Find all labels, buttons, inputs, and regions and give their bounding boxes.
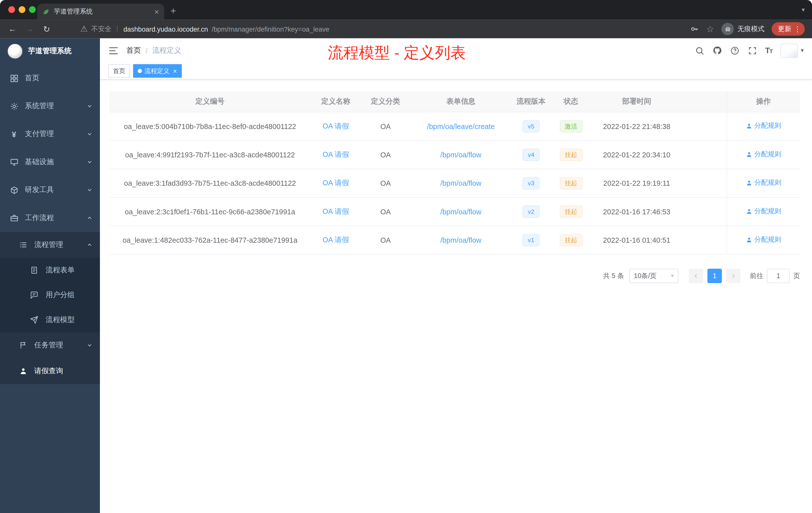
version-badge: v4 (522, 148, 539, 161)
search-icon[interactable] (695, 46, 704, 55)
reload-icon[interactable]: ↻ (41, 24, 52, 34)
sidebar-item-workflow[interactable]: 工作流程 (0, 204, 100, 232)
sidebar-item-label: 流程管理 (34, 240, 63, 249)
sidebar-item-label: 研发工具 (25, 185, 54, 194)
tag-label: 首页 (113, 66, 125, 75)
cell-spacer (682, 140, 726, 169)
main-area: 流程模型 - 定义列表 首页 / 流程定义 (100, 38, 812, 513)
sidebar-item-task-management[interactable]: 任务管理 (0, 332, 100, 358)
sidebar-item-leave-query[interactable]: 请假查询 (0, 358, 100, 384)
sidebar-item-label: 请假查询 (34, 366, 63, 376)
sidebar-item-system[interactable]: 系统管理 (0, 92, 100, 120)
flag-icon (19, 340, 28, 350)
incognito-icon (721, 23, 734, 35)
column-header-category: 定义分类 (361, 91, 410, 112)
table-row: oa_leave:2:3c1f0ef1-76b1-11ec-9c66-a2380… (109, 197, 800, 225)
sidebar-item-process-form[interactable]: 流程表单 (0, 258, 100, 282)
sidebar-item-payment[interactable]: ¥ 支付管理 (0, 120, 100, 148)
definition-name-link[interactable]: OA 请假 (323, 235, 349, 243)
tag-process-definition[interactable]: 流程定义 × (133, 64, 181, 78)
new-tab-button[interactable]: + (171, 5, 176, 17)
chrome-update-button[interactable]: 更新 ⋮ (772, 22, 805, 36)
sidebar-item-infrastructure[interactable]: 基础设施 (0, 148, 100, 176)
tab-close-icon[interactable]: × (154, 8, 159, 16)
assign-rule-button[interactable]: 分配规则 (746, 178, 781, 187)
browser-menu-icon[interactable]: ⋮ (794, 25, 801, 33)
assign-rule-button[interactable]: 分配规则 (746, 207, 781, 216)
version-badge: v3 (522, 177, 539, 189)
definition-name-link[interactable]: OA 请假 (323, 121, 349, 130)
definition-name-link[interactable]: OA 请假 (323, 207, 349, 215)
forward-icon[interactable]: → (24, 24, 35, 34)
cell-definition-id: oa_leave:2:3c1f0ef1-76b1-11ec-9c66-a2380… (109, 197, 311, 225)
goto-page-input[interactable] (767, 268, 790, 283)
definition-name-link[interactable]: OA 请假 (323, 150, 349, 158)
chevron-left-icon (693, 273, 699, 279)
chevron-down-icon (86, 187, 93, 193)
sidebar-collapse-icon[interactable] (108, 45, 118, 56)
definition-name-link[interactable]: OA 请假 (323, 178, 349, 187)
security-warning-icon: ⚠ (80, 25, 88, 33)
table-row: oa_leave:4:991f2193-7b7f-11ec-a3c8-acde4… (109, 140, 800, 169)
cell-spacer (682, 197, 726, 225)
font-size-icon[interactable]: TT (765, 46, 772, 55)
cell-deploy-time: 2022-01-22 20:34:10 (591, 140, 682, 169)
page-content: 定义编号 定义名称 定义分类 表单信息 流程版本 状态 部署时间 操作 (100, 80, 812, 283)
back-icon[interactable]: ← (7, 24, 18, 34)
sidebar-logo: 芋道管理系统 (0, 38, 100, 64)
tag-label: 流程定义 (144, 66, 169, 75)
window-controls (8, 6, 36, 13)
tag-home[interactable]: 首页 (108, 64, 130, 78)
assign-rule-button[interactable]: 分配规则 (746, 150, 781, 159)
sidebar-item-process-management[interactable]: 流程管理 (0, 232, 100, 258)
cell-deploy-time: 2022-01-22 19:19:11 (591, 169, 682, 197)
form-link[interactable]: /bpm/oa/flow (440, 179, 482, 187)
github-icon[interactable] (712, 46, 722, 55)
form-link[interactable]: /bpm/oa/flow (440, 207, 482, 216)
tab-search-chevron-icon[interactable]: ▾ (802, 6, 805, 13)
tag-close-icon[interactable]: × (173, 67, 177, 74)
sidebar-item-user-group[interactable]: 用户分组 (0, 282, 100, 307)
security-separator (117, 25, 118, 33)
sidebar-item-label: 流程模型 (46, 315, 75, 325)
sidebar-item-label: 基础设施 (25, 157, 54, 167)
zoom-window-button[interactable] (29, 6, 36, 13)
sidebar-item-process-model[interactable]: 流程模型 (0, 307, 100, 332)
browser-tab[interactable]: 芋道管理系统 × (37, 3, 164, 20)
column-header-action: 操作 (727, 91, 800, 112)
incognito-label: 无痕模式 (737, 24, 764, 34)
fullscreen-icon[interactable] (748, 46, 757, 55)
document-icon (30, 266, 39, 275)
column-header-name: 定义名称 (311, 91, 361, 112)
pagination-goto: 前往 页 (750, 268, 800, 283)
help-icon[interactable] (730, 46, 739, 55)
bookmark-star-icon[interactable]: ☆ (706, 25, 714, 33)
table-header-row: 定义编号 定义名称 定义分类 表单信息 流程版本 状态 部署时间 操作 (109, 91, 800, 112)
caret-down-icon: ▾ (801, 47, 804, 54)
prev-page-button[interactable] (689, 268, 703, 283)
cell-definition-id: oa_leave:4:991f2193-7b7f-11ec-a3c8-acde4… (109, 140, 311, 169)
app-title: 芋道管理系统 (28, 47, 71, 56)
incognito-badge: 无痕模式 (721, 23, 764, 35)
breadcrumb-home[interactable]: 首页 (126, 46, 141, 55)
close-window-button[interactable] (8, 6, 15, 13)
sidebar-item-home[interactable]: 首页 (0, 64, 100, 92)
form-link[interactable]: /bpm/oa/flow (440, 150, 482, 159)
next-page-button[interactable] (726, 268, 741, 283)
form-link[interactable]: /bpm/oa/flow (440, 236, 482, 244)
password-key-icon[interactable] (690, 24, 699, 34)
user-icon (746, 208, 752, 215)
assign-rule-button[interactable]: 分配规则 (746, 235, 781, 244)
page-number-button[interactable]: 1 (707, 268, 722, 283)
page-size-select[interactable]: 10条/页 ▾ (629, 268, 678, 283)
version-badge: v5 (522, 120, 539, 132)
page-size-value: 10条/页 (634, 271, 657, 280)
user-avatar-menu[interactable]: ▾ (781, 43, 804, 58)
minimize-window-button[interactable] (19, 6, 25, 13)
form-link[interactable]: /bpm/oa/leave/create (427, 122, 495, 130)
address-bar[interactable]: ⚠ 不安全 dashboard.yudao.iocoder.cn/bpm/man… (80, 24, 683, 34)
sidebar-item-devtools[interactable]: 研发工具 (0, 176, 100, 204)
app-logo-image (7, 43, 23, 59)
active-dot (138, 69, 142, 73)
assign-rule-button[interactable]: 分配规则 (746, 121, 781, 130)
